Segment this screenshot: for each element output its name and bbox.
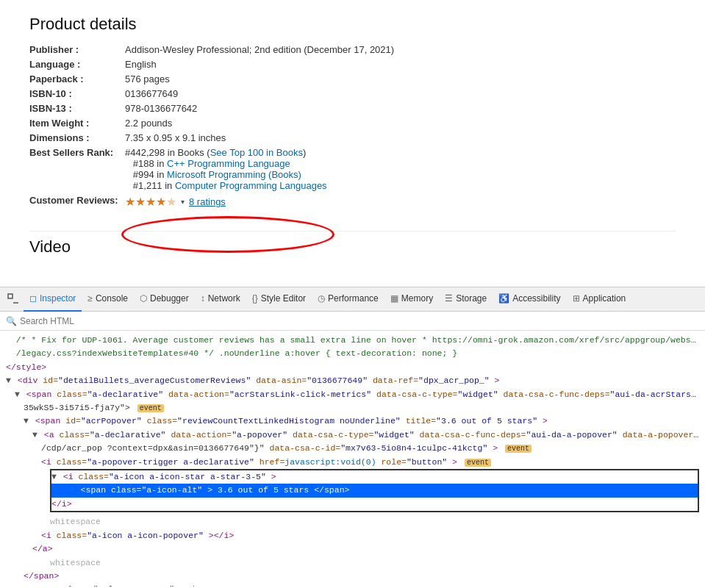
event-badge-2: event [505, 445, 532, 453]
tab-inspector-label: Inspector [40, 293, 76, 304]
star-3: ★ [146, 195, 156, 209]
value-publisher: Addison-Wesley Professional; 2nd edition… [125, 44, 394, 55]
tab-application[interactable]: ⊞ Application [567, 287, 632, 312]
i-close-line: </i> [51, 498, 698, 511]
style-editor-icon: {} [252, 293, 258, 304]
span-letter1-line: <span class="a-letter-space" ></span> [6, 583, 699, 587]
detail-customer-reviews: Customer Reviews: ★ ★ ★ ★ ★ ▾ 8 ratings [29, 195, 676, 209]
detail-dimensions: Dimensions : 7.35 x 0.95 x 9.1 inches [29, 132, 676, 143]
detail-bestsellers: Best Sellers Rank: #442,298 in Books (Se… [29, 147, 676, 191]
star-dropdown-icon: ▾ [181, 198, 185, 206]
detail-weight: Item Weight : 2.2 pounds [29, 118, 676, 129]
detail-language: Language : English [29, 59, 676, 70]
star-5: ★ [166, 195, 176, 209]
svg-rect-0 [8, 294, 12, 298]
tab-accessibility[interactable]: ♿ Accessibility [493, 287, 566, 312]
page-title: Product details [29, 15, 676, 34]
detail-isbn13: ISBN-13 : 978-0136677642 [29, 103, 676, 114]
event-badge-1: event [137, 404, 164, 412]
a-declarative-line: ▼ <a class="a-declarative" data-action="… [6, 429, 699, 442]
value-language: English [125, 59, 157, 70]
i-popover-line: <i class="a-icon a-icon-popover" ></i> [6, 529, 699, 542]
page-content: Product details Publisher : Addison-Wesl… [0, 0, 705, 287]
tab-network[interactable]: ↕ Network [195, 287, 246, 312]
detail-publisher: Publisher : Addison-Wesley Professional;… [29, 44, 676, 55]
html-panel: /* * Fix for UDP-1061. Average customer … [0, 331, 705, 587]
search-icon: 🔍 [6, 316, 17, 326]
tab-storage-label: Storage [456, 293, 487, 304]
whitespace-2: whitespace [6, 556, 699, 570]
label-publisher: Publisher : [29, 44, 125, 55]
a-event-line: /cdp/acr_pop ?context=dpx&asin=013667764… [6, 442, 699, 455]
value-isbn13: 978-0136677642 [125, 103, 197, 114]
tab-application-label: Application [583, 293, 626, 304]
span-alt-line: <span class="a-icon-alt" > 3.6 out of 5 … [51, 484, 698, 497]
inspector-icon: ◻ [29, 293, 37, 304]
boxed-region: ▼ <i class="a-icon a-icon-star a-star-3-… [50, 469, 699, 512]
event-badge-3: event [465, 459, 491, 467]
label-paperback: Paperback : [29, 74, 125, 85]
label-weight: Item Weight : [29, 118, 125, 129]
value-paperback: 576 pages [125, 74, 170, 85]
stars-row: ★ ★ ★ ★ ★ ▾ 8 ratings [125, 195, 226, 209]
tab-network-label: Network [208, 293, 240, 304]
style-close-line: </style> [6, 361, 699, 374]
tab-performance[interactable]: ◷ Performance [312, 287, 384, 312]
tab-console[interactable]: ≥ Console [82, 287, 134, 312]
tab-debugger-label: Debugger [150, 293, 189, 304]
label-bestsellers: Best Sellers Rank: [29, 147, 125, 191]
performance-icon: ◷ [318, 293, 325, 304]
comp-link[interactable]: Computer Programming Languages [175, 180, 327, 191]
value-weight: 2.2 pounds [125, 118, 172, 129]
tab-performance-label: Performance [328, 293, 379, 304]
memory-icon: ▦ [390, 293, 398, 304]
tab-accessibility-label: Accessibility [512, 293, 560, 304]
cpp-link[interactable]: C++ Programming Language [167, 158, 290, 169]
accessibility-icon: ♿ [498, 293, 509, 304]
label-isbn13: ISBN-13 : [29, 103, 125, 114]
search-bar: 🔍 [0, 312, 705, 331]
i-trigger-line: <i class="a-popover-trigger a-declarativ… [6, 456, 699, 469]
label-dimensions: Dimensions : [29, 132, 125, 143]
tab-storage[interactable]: ☰ Storage [439, 287, 493, 312]
value-dimensions: 7.35 x 0.95 x 9.1 inches [125, 132, 226, 143]
storage-icon: ☰ [445, 293, 453, 304]
span-event-line: 35wkS5-3i57i5-fja7y"> event [6, 401, 699, 415]
ms-link[interactable]: Microsoft Programming (Books) [167, 169, 301, 180]
console-icon: ≥ [87, 293, 93, 304]
network-icon: ↕ [201, 293, 205, 304]
span-popover-line: ▼ <span id="acrPopover" class="reviewCou… [6, 415, 699, 428]
value-bestsellers: #442,298 in Books (See Top 100 in Books)… [125, 147, 327, 191]
application-icon: ⊞ [573, 293, 580, 304]
ratings-link[interactable]: 8 ratings [189, 196, 226, 207]
star-4: ★ [156, 195, 166, 209]
star-rating: ★ ★ ★ ★ ★ [125, 195, 176, 209]
tab-inspector[interactable]: ◻ Inspector [24, 287, 82, 312]
label-language: Language : [29, 59, 125, 70]
html-comment-2: /legacy.css?indexWebsiteTemplates#40 */ … [6, 347, 699, 360]
div-reviews-line: ▼ <div id="detailBullets_averageCustomer… [6, 374, 699, 387]
tab-debugger[interactable]: ⬡ Debugger [134, 287, 195, 312]
tab-memory-label: Memory [401, 293, 433, 304]
label-isbn10: ISBN-10 : [29, 88, 125, 99]
i-star-line: ▼ <i class="a-icon a-icon-star a-star-3-… [51, 470, 698, 484]
tab-memory[interactable]: ▦ Memory [384, 287, 439, 312]
tab-console-label: Console [96, 293, 128, 304]
span-close1-line: </span> [6, 570, 699, 583]
whitespace-1: whitespace [6, 515, 699, 528]
devtools-toolbar: ◻ Inspector ≥ Console ⬡ Debugger ↕ Netwo… [0, 287, 705, 312]
detail-paperback: Paperback : 576 pages [29, 74, 676, 85]
search-input[interactable] [20, 316, 167, 326]
tab-style-editor[interactable]: {} Style Editor [246, 287, 312, 312]
label-customer-reviews: Customer Reviews: [29, 195, 125, 209]
tab-style-editor-label: Style Editor [261, 293, 306, 304]
top100-link[interactable]: See Top 100 in Books [210, 147, 303, 158]
element-picker-button[interactable] [3, 289, 24, 309]
detail-isbn10: ISBN-10 : 0136677649 [29, 88, 676, 99]
star-2: ★ [135, 195, 146, 209]
a-close-line: </a> [6, 542, 699, 556]
video-section-label: Video [29, 231, 676, 257]
span-declarative-line: ▼ <span class="a-declarative" data-actio… [6, 388, 699, 401]
debugger-icon: ⬡ [140, 293, 147, 304]
star-1: ★ [125, 195, 135, 209]
